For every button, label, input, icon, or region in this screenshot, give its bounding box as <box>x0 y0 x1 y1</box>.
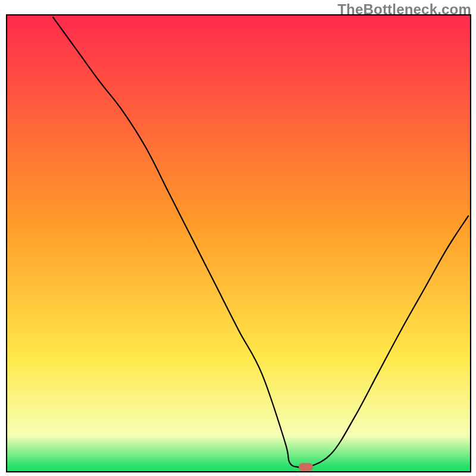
bottleneck-chart <box>6 14 471 472</box>
optimal-marker <box>299 463 313 471</box>
chart-background <box>7 15 471 472</box>
